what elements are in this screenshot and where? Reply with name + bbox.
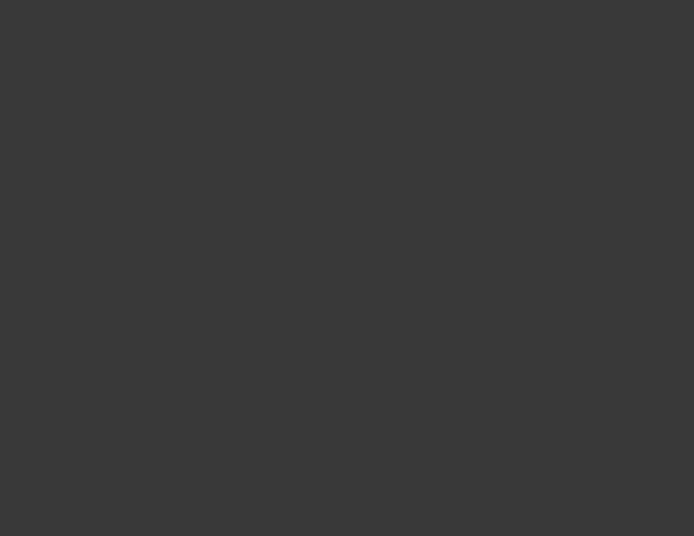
viewport-3d[interactable] — [0, 0, 694, 536]
